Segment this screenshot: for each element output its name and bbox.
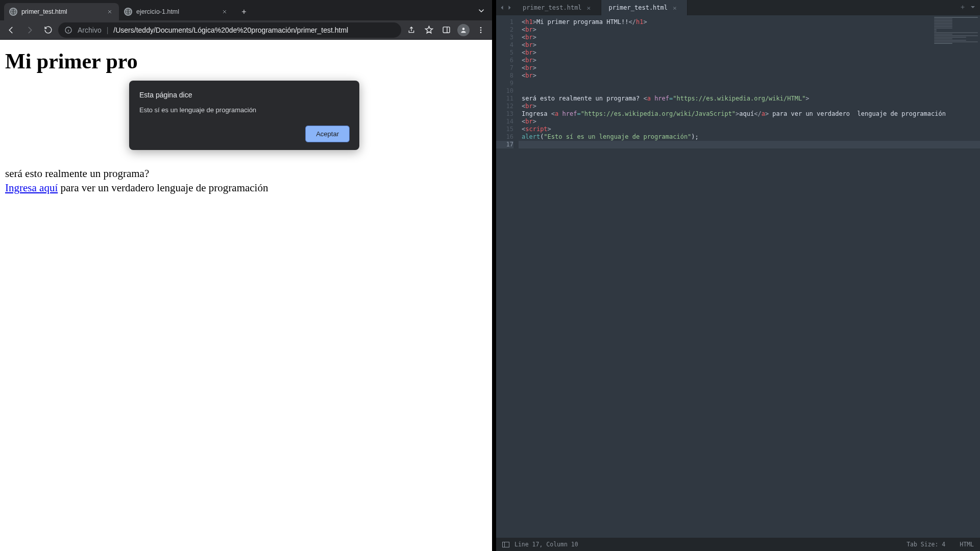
cursor-position[interactable]: Line 17, Column 10 [514,541,578,548]
avatar-icon [457,24,470,36]
svg-point-7 [480,32,482,33]
url-path: /Users/teddy/Documents/Lógica%20de%20pro… [113,26,348,34]
svg-point-6 [480,29,482,31]
page-heading: Mi primer pro [5,49,487,73]
language-indicator[interactable]: HTML [960,541,974,548]
browser-toolbar: Archivo | /Users/teddy/Documents/Lógica%… [0,20,492,40]
url-scheme: Archivo [78,26,102,34]
site-info-icon[interactable] [64,26,72,34]
window-splitter[interactable] [492,0,496,551]
editor-window: primer_test.html × primer_test.html × 12… [496,0,980,551]
tab-size-indicator[interactable]: Tab Size: 4 [906,541,945,548]
close-icon[interactable]: × [673,4,677,12]
alert-dialog: Esta página dice Esto sí es un lenguaje … [129,81,359,150]
svg-point-5 [480,27,482,29]
tab-history-back-icon[interactable] [499,5,505,11]
browser-window: primer_test.html ejercicio-1.html [0,0,492,551]
tab-menu-icon[interactable] [970,4,976,12]
rendered-page: Mi primer pro será esto realmente un pro… [0,40,492,551]
bookmark-button[interactable] [421,22,437,38]
dialog-message: Esto sí es un lenguaje de programación [139,106,349,114]
line-number-gutter: 1234567891011121314151617 [496,15,519,538]
editor-tab[interactable]: primer_test.html × [516,0,601,15]
new-file-icon[interactable] [960,4,966,12]
close-icon[interactable]: × [587,4,591,12]
menu-button[interactable] [473,22,489,38]
browser-tab-title: primer_test.html [21,8,102,15]
browser-tab-inactive[interactable]: ejercicio-1.html [119,3,234,20]
close-icon[interactable] [106,8,114,16]
share-button[interactable] [403,22,420,38]
globe-icon [124,8,132,16]
svg-rect-3 [443,27,450,33]
wiki-link[interactable]: Ingresa aquí [5,182,58,194]
back-button[interactable] [3,22,19,38]
close-icon[interactable] [220,8,229,16]
address-bar[interactable]: Archivo | /Users/teddy/Documents/Lógica%… [58,22,401,38]
editor-tab-title: primer_test.html [523,4,582,11]
dialog-title: Esta página dice [139,91,349,99]
browser-tab-title: ejercicio-1.html [136,8,216,15]
globe-icon [9,8,17,16]
new-tab-button[interactable] [237,5,251,19]
reload-button[interactable] [40,22,56,38]
browser-tabstrip: primer_test.html ejercicio-1.html [0,0,492,20]
editor-tab-title: primer_test.html [608,4,668,11]
editor-tabstrip: primer_test.html × primer_test.html × [496,0,980,15]
editor-statusbar: Line 17, Column 10 Tab Size: 4 HTML [496,538,980,551]
page-text-line: Ingresa aquí para ver un verdadero lengu… [5,181,487,195]
minimap[interactable] [932,16,978,57]
sidebar-toggle-icon[interactable] [502,542,509,547]
profile-button[interactable] [455,22,472,38]
dialog-ok-button[interactable]: Aceptar [306,126,349,142]
page-text-line: será esto realmente un programa? [5,166,487,181]
forward-button[interactable] [21,22,38,38]
browser-tab-active[interactable]: primer_test.html [4,3,119,20]
url-separator: | [107,26,109,34]
code-area[interactable]: <h1>Mi primer programa HTML!!</h1><br><b… [519,15,980,538]
tabs-dropdown-icon[interactable] [477,6,486,17]
svg-point-4 [462,28,465,30]
side-panel-button[interactable] [438,22,454,38]
editor-tab-active[interactable]: primer_test.html × [601,0,687,15]
tab-history-forward-icon[interactable] [506,5,512,11]
